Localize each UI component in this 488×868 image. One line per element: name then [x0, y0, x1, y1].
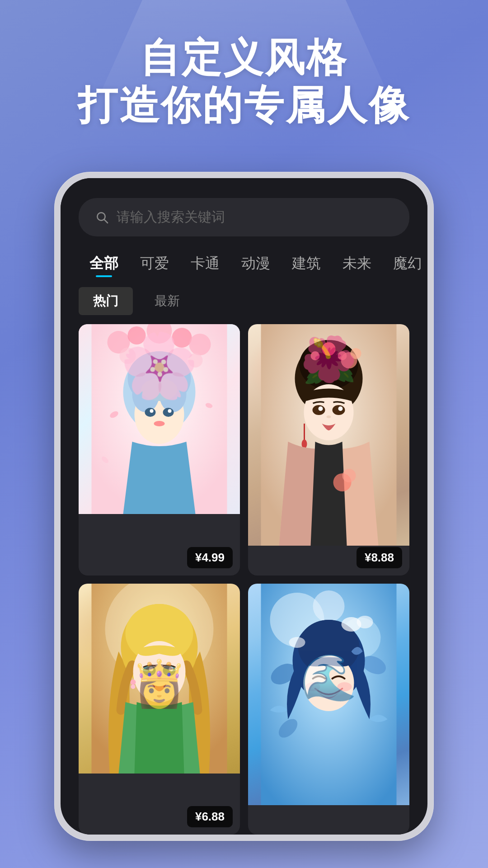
category-arch[interactable]: 建筑 — [281, 249, 332, 278]
category-cartoon[interactable]: 卡通 — [180, 249, 230, 278]
svg-point-64 — [306, 682, 320, 691]
svg-point-65 — [338, 682, 352, 691]
svg-point-57 — [313, 590, 345, 622]
screen-content: 请输入搜索关键词 全部 可爱 卡通 动漫 — [61, 178, 427, 835]
sort-tabs: 热门 最新 — [61, 285, 427, 324]
svg-point-68 — [289, 637, 305, 648]
svg-point-67 — [357, 616, 373, 628]
hero-title-line1: 自定义风格 — [0, 36, 488, 80]
category-magic[interactable]: 魔幻 — [382, 249, 427, 278]
category-all[interactable]: 全部 — [79, 249, 129, 278]
hero-title-line2: 打造你的专属人像 — [0, 84, 488, 127]
svg-line-1 — [104, 219, 108, 222]
card-art-4 — [248, 584, 409, 805]
card-image-4 — [248, 584, 409, 805]
card-2-price: ¥8.88 — [357, 547, 402, 568]
hero-section: 自定义风格 打造你的专属人像 — [0, 36, 488, 127]
svg-point-63 — [304, 655, 354, 711]
search-placeholder-text: 请输入搜索关键词 — [117, 208, 225, 226]
search-icon — [95, 210, 109, 225]
category-cute[interactable]: 可爱 — [129, 249, 180, 278]
search-bar-container: 请输入搜索关键词 — [61, 178, 427, 245]
card-1-price: ¥4.99 — [187, 547, 233, 568]
grid-card-3[interactable]: ¥6.88 — [79, 584, 240, 835]
phone-screen: 请输入搜索关键词 全部 可爱 卡通 动漫 — [61, 178, 427, 835]
sort-hot[interactable]: 热门 — [79, 287, 133, 315]
phone-frame: 请输入搜索关键词 全部 可爱 卡通 动漫 — [54, 172, 434, 841]
grid-card-2[interactable]: ¥8.88 — [248, 324, 409, 576]
search-bar[interactable]: 请输入搜索关键词 — [79, 198, 409, 236]
card-3-overlay: ¥6.88 — [79, 584, 240, 835]
sort-new[interactable]: 最新 — [140, 287, 194, 315]
phone-mockup: 请输入搜索关键词 全部 可爱 卡通 动漫 — [54, 172, 434, 841]
category-anime[interactable]: 动漫 — [230, 249, 281, 278]
grid-card-1[interactable]: ¥4.99 — [79, 324, 240, 576]
category-future[interactable]: 未来 — [332, 249, 382, 278]
card-3-price: ¥6.88 — [187, 806, 233, 827]
card-2-overlay: ¥8.88 — [248, 324, 409, 576]
category-tabs: 全部 可爱 卡通 动漫 建筑 未来 — [61, 245, 427, 285]
grid-card-4[interactable] — [248, 584, 409, 835]
image-grid: ¥4.99 — [61, 324, 427, 835]
card-1-overlay: ¥4.99 — [79, 324, 240, 576]
